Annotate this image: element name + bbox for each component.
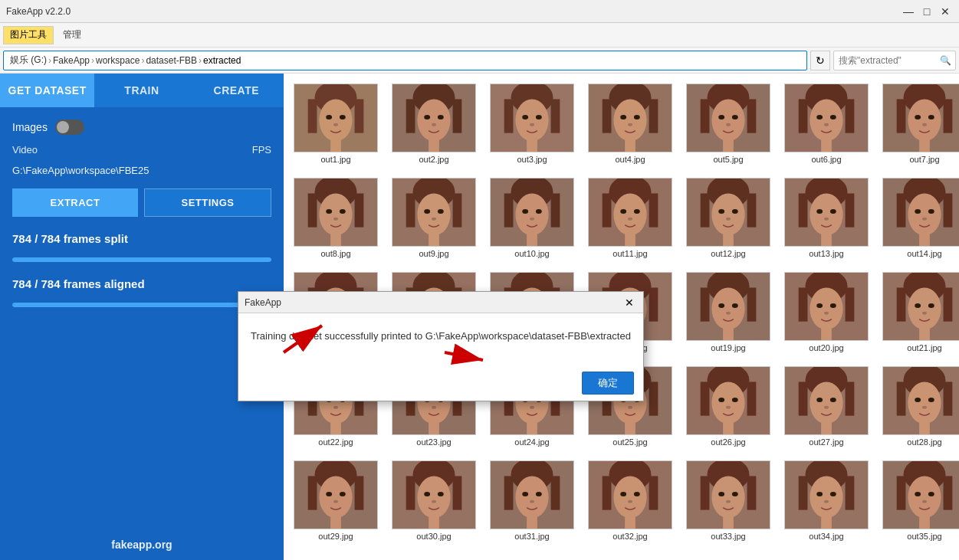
file-name: out31.jpg (514, 532, 549, 541)
svg-point-68 (326, 209, 332, 214)
file-thumbnail (882, 272, 959, 341)
file-item[interactable]: out8.jpg (290, 174, 382, 262)
svg-point-31 (613, 99, 646, 141)
file-item[interactable]: out32.jpg (584, 457, 676, 545)
tab-create[interactable]: CREATE (189, 74, 284, 107)
file-name: out28.jpg (907, 437, 941, 447)
file-thumbnail (882, 84, 959, 152)
file-item[interactable]: out11.jpg (584, 174, 676, 262)
svg-point-187 (922, 312, 927, 315)
dialog-ok-button[interactable]: 确定 (582, 372, 634, 395)
svg-point-67 (319, 193, 352, 235)
close-button[interactable]: ✕ (938, 4, 953, 19)
file-item[interactable]: out7.jpg (879, 80, 959, 168)
file-thumbnail (784, 366, 869, 435)
svg-rect-227 (701, 382, 710, 415)
dialog-body: Training dataset successfully printed to… (238, 313, 643, 365)
file-item[interactable]: out35.jpg (879, 457, 959, 545)
file-item[interactable]: out1.jpg (290, 80, 382, 168)
file-name: out23.jpg (416, 437, 451, 447)
file-name: out2.jpg (419, 155, 448, 164)
file-item[interactable]: out21.jpg (879, 268, 959, 356)
address-path[interactable]: 娱乐 (G:) › FakeApp › workspace › dataset-… (3, 51, 807, 70)
file-thumbnail (784, 460, 869, 529)
file-item[interactable]: out5.jpg (682, 80, 774, 168)
images-toggle[interactable] (55, 120, 84, 135)
manage-button[interactable]: 管理 (57, 27, 87, 43)
file-item[interactable]: out14.jpg (879, 174, 959, 262)
svg-rect-83 (504, 193, 514, 227)
file-name: out14.jpg (907, 249, 941, 258)
svg-rect-273 (551, 476, 560, 509)
svg-point-169 (726, 312, 731, 315)
svg-point-97 (628, 218, 632, 221)
file-item[interactable]: out19.jpg (682, 268, 774, 356)
settings-button[interactable]: SETTINGS (144, 188, 271, 217)
svg-rect-290 (701, 476, 710, 509)
refresh-button[interactable]: ↻ (810, 51, 830, 70)
file-thumbnail (686, 84, 770, 152)
svg-point-42 (732, 115, 738, 120)
path-segment: workspace (96, 55, 140, 66)
svg-rect-53 (821, 139, 832, 152)
file-item[interactable]: out3.jpg (486, 80, 578, 168)
tab-train[interactable]: TRAIN (94, 74, 189, 107)
search-input[interactable] (833, 51, 956, 70)
svg-rect-242 (821, 422, 832, 434)
svg-point-52 (824, 123, 829, 126)
tab-get-dataset[interactable]: GET DATASET (0, 74, 94, 107)
svg-point-40 (711, 99, 744, 141)
file-item[interactable]: out10.jpg (486, 174, 578, 262)
dialog-close-button[interactable]: ✕ (622, 295, 637, 310)
file-thumbnail (490, 84, 574, 152)
file-item[interactable]: out34.jpg (780, 457, 872, 545)
svg-point-277 (530, 500, 534, 503)
file-item[interactable]: out33.jpg (682, 457, 774, 545)
file-item[interactable]: out26.jpg (682, 362, 774, 450)
maximize-button[interactable]: □ (919, 4, 934, 19)
svg-point-33 (634, 115, 640, 120)
file-thumbnail (392, 460, 476, 529)
file-item[interactable]: out4.jpg (584, 80, 676, 168)
file-item[interactable]: out31.jpg (486, 457, 578, 545)
extract-button[interactable]: EXTRACT (12, 188, 138, 217)
file-item[interactable]: out28.jpg (879, 362, 959, 450)
svg-point-123 (928, 209, 934, 214)
search-icon: 🔍 (940, 55, 951, 66)
file-item[interactable]: out29.jpg (290, 457, 382, 545)
svg-rect-228 (747, 382, 757, 415)
tab-bar: GET DATASET TRAIN CREATE (0, 74, 284, 107)
file-item[interactable]: out9.jpg (388, 174, 480, 262)
svg-point-50 (816, 115, 823, 120)
svg-point-115 (824, 218, 829, 221)
minimize-button[interactable]: — (901, 4, 916, 19)
svg-rect-3 (355, 99, 364, 133)
svg-point-266 (424, 492, 430, 496)
svg-point-302 (816, 492, 823, 496)
tool-button[interactable]: 图片工具 (3, 26, 54, 44)
svg-rect-29 (603, 99, 612, 133)
svg-rect-2 (308, 99, 317, 133)
file-item[interactable]: out12.jpg (682, 174, 774, 262)
svg-point-294 (732, 492, 738, 496)
file-thumbnail (784, 178, 869, 247)
file-item[interactable]: out6.jpg (780, 80, 872, 168)
file-thumbnail (294, 460, 378, 529)
file-item[interactable]: out30.jpg (388, 457, 480, 545)
svg-point-79 (432, 218, 436, 221)
svg-rect-107 (723, 234, 734, 246)
file-item[interactable]: out27.jpg (780, 362, 872, 450)
file-name: out4.jpg (615, 155, 645, 164)
file-thumbnail (392, 178, 476, 247)
svg-rect-74 (406, 193, 415, 227)
svg-rect-309 (944, 476, 953, 509)
file-item[interactable]: out13.jpg (780, 174, 872, 262)
file-name: out3.jpg (517, 155, 547, 164)
file-thumbnail (588, 84, 672, 152)
svg-point-196 (333, 406, 338, 409)
svg-rect-30 (649, 99, 658, 133)
svg-rect-245 (897, 382, 906, 415)
svg-point-248 (915, 398, 921, 402)
file-item[interactable]: out20.jpg (780, 268, 872, 356)
file-item[interactable]: out2.jpg (388, 80, 480, 168)
